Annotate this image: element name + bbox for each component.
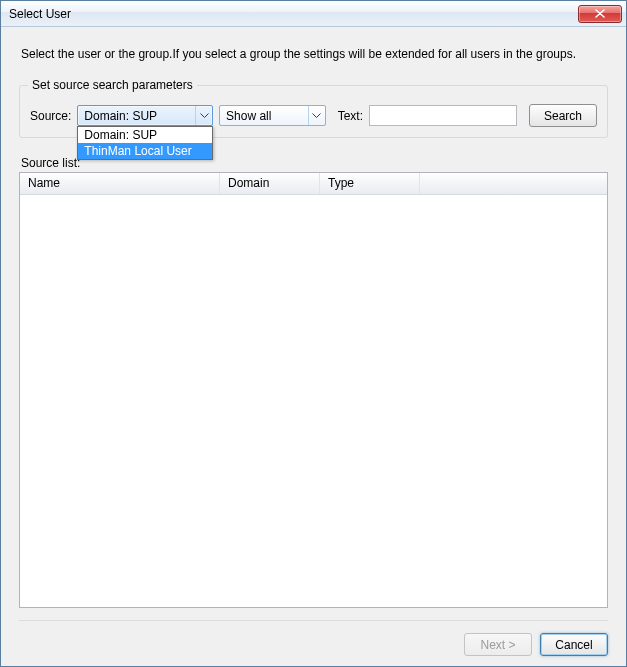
source-dropdown[interactable]: Domain: SUPThinMan Local User [77,126,213,160]
dialog-window: Select User Select the user or the group… [0,0,627,667]
chevron-down-icon [308,106,325,125]
filter-combo[interactable]: Show all [219,105,326,126]
titlebar: Select User [1,1,626,27]
source-combo[interactable]: Domain: SUP [77,105,213,126]
col-domain[interactable]: Domain [220,173,320,194]
search-text-input[interactable] [369,105,517,126]
instruction-text: Select the user or the group.If you sele… [21,47,608,61]
text-label: Text: [338,109,363,123]
search-button[interactable]: Search [529,104,597,127]
cancel-button[interactable]: Cancel [540,633,608,656]
search-params-legend: Set source search parameters [28,78,197,92]
source-option[interactable]: ThinMan Local User [78,143,212,159]
close-button[interactable] [578,5,622,23]
window-title: Select User [9,7,578,21]
col-spacer [420,173,607,194]
col-type[interactable]: Type [320,173,420,194]
col-name[interactable]: Name [20,173,220,194]
source-list-grid[interactable]: Name Domain Type [19,172,608,608]
grid-header: Name Domain Type [20,173,607,195]
source-option[interactable]: Domain: SUP [78,127,212,143]
next-button: Next > [464,633,532,656]
source-combo-value: Domain: SUP [78,109,195,123]
dialog-footer: Next > Cancel [19,620,608,656]
dialog-body: Select the user or the group.If you sele… [1,27,626,666]
grid-body [20,195,607,607]
chevron-down-icon [195,106,212,125]
source-label: Source: [30,109,71,123]
filter-combo-value: Show all [220,109,308,123]
close-icon [595,9,605,18]
search-params-row: Source: Domain: SUP Show all Text: [30,104,597,127]
